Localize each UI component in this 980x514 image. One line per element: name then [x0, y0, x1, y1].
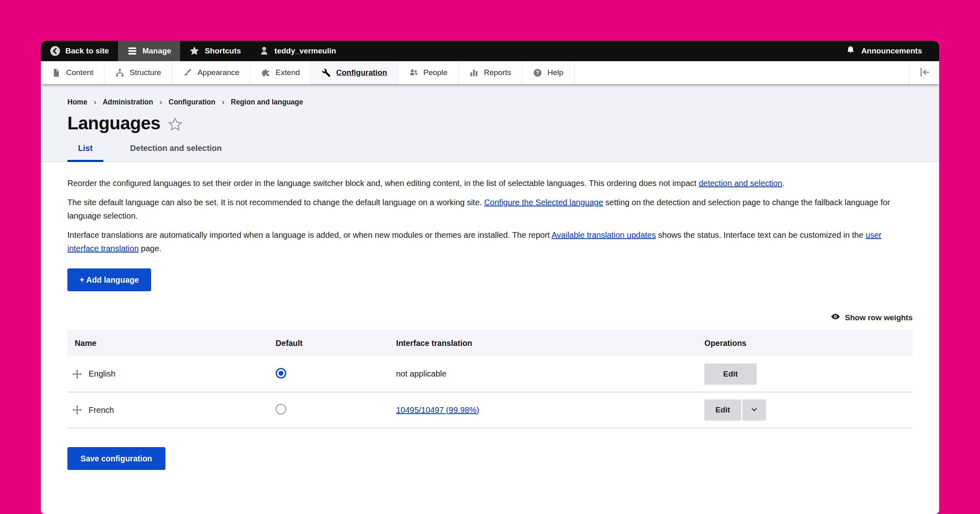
inline-link[interactable]: Available translation updates: [552, 230, 656, 239]
languages-table: NameDefaultInterface translationOperatio…: [67, 330, 913, 428]
paragraph-text: .: [782, 179, 785, 188]
toolbar-tab-manage[interactable]: Manage: [118, 41, 180, 61]
page-title-row: Languages: [67, 113, 913, 133]
edit-button[interactable]: Edit: [704, 363, 757, 385]
sitemap-icon: [115, 68, 125, 78]
menu-item-content[interactable]: Content: [41, 61, 105, 84]
name-cell: French: [67, 392, 276, 428]
wrench-icon: [321, 68, 331, 78]
operations-cell: Edit: [704, 356, 913, 392]
show-row-weights-link[interactable]: Show row weights: [831, 312, 913, 323]
operations-dropbutton: Edit: [704, 363, 913, 385]
menu-item-people[interactable]: People: [398, 61, 459, 84]
column-header-default: Default: [276, 330, 396, 356]
add-language-button[interactable]: + Add language: [67, 268, 151, 291]
paragraph-text: shows the status. Interface text can be …: [656, 230, 866, 239]
toolbar-tab-shortcuts[interactable]: Shortcuts: [180, 41, 250, 61]
menu-item-appearance[interactable]: Appearance: [172, 61, 250, 84]
translation-status-link[interactable]: 10495/10497 (99.98%): [396, 405, 479, 414]
menu-item-label: Structure: [130, 68, 161, 77]
brush-icon: [183, 68, 192, 78]
page-content: Reorder the configured languages to set …: [41, 162, 939, 514]
breadcrumb-item-home[interactable]: Home: [67, 98, 87, 106]
user-icon: [259, 46, 270, 56]
admin-menu-bar: ContentStructureAppearanceExtendConfigur…: [41, 61, 939, 84]
edit-button[interactable]: Edit: [704, 399, 741, 421]
tab-detection-and-selection[interactable]: Detection and selection: [120, 144, 233, 162]
admin-menu-items: ContentStructureAppearanceExtendConfigur…: [41, 61, 575, 84]
breadcrumb-separator: ›: [94, 98, 96, 106]
bell-icon: [846, 45, 855, 57]
operations-dropbutton: Edit: [704, 399, 913, 421]
move-icon[interactable]: [72, 369, 82, 379]
name-wrap: English: [72, 369, 276, 379]
paragraph-text: page.: [139, 244, 162, 253]
primary-tabs: ListDetection and selection: [67, 143, 913, 162]
menu-item-label: Configuration: [336, 68, 387, 77]
name-cell: English: [67, 356, 276, 392]
menu-item-label: Appearance: [198, 68, 239, 77]
help-icon: ?: [533, 68, 542, 78]
chevron-down-icon: [750, 405, 758, 415]
back-icon: [50, 46, 60, 56]
toolbar-tab-label: Shortcuts: [205, 47, 241, 55]
intro-paragraph-3: Interface translations are automatically…: [67, 228, 913, 255]
intro-paragraphs: Reorder the configured languages to set …: [67, 177, 913, 255]
tab-list[interactable]: List: [67, 144, 103, 162]
menu-item-label: Content: [66, 68, 94, 77]
admin-toolbar-tabs: Back to siteManageShortcutsteddy_vermeul…: [41, 41, 345, 61]
eye-icon: [831, 312, 840, 323]
toolbar-tab-label: Back to site: [65, 47, 109, 55]
intro-paragraph-1: Reorder the configured languages to set …: [67, 177, 913, 190]
admin-toolbar-right: Announcements: [840, 41, 939, 61]
show-row-weights-label: Show row weights: [845, 313, 913, 322]
inline-link[interactable]: detection and selection: [699, 179, 782, 188]
breadcrumb-separator: ›: [222, 98, 224, 106]
column-header-name: Name: [67, 330, 276, 356]
screen: { "colors": { "frame_pink": "#e6007e", "…: [0, 0, 980, 514]
language-name: French: [89, 405, 114, 415]
language-row-english: Englishnot applicableEdit: [67, 356, 913, 392]
menu-icon: [127, 46, 138, 56]
toolbar-tab-back-to-site[interactable]: Back to site: [41, 41, 118, 61]
people-icon: [409, 68, 418, 78]
breadcrumb-item-region-and-language[interactable]: Region and language: [231, 98, 303, 106]
toolbar-tab-label: teddy_vermeulin: [274, 47, 336, 55]
menu-item-label: Reports: [484, 68, 511, 77]
toolbar-tab-teddy-vermeulin[interactable]: teddy_vermeulin: [250, 41, 345, 61]
breadcrumb-separator: ›: [160, 98, 162, 106]
default-cell: [276, 392, 396, 428]
menu-item-structure[interactable]: Structure: [105, 61, 172, 84]
inline-link[interactable]: Configure the Selected language: [484, 198, 603, 207]
menu-item-label: Extend: [276, 68, 300, 77]
menu-item-reports[interactable]: Reports: [459, 61, 522, 84]
announcements-label: Announcements: [861, 47, 922, 55]
breadcrumb-item-administration[interactable]: Administration: [102, 98, 153, 106]
menu-item-configuration[interactable]: Configuration: [311, 61, 398, 84]
save-configuration-button[interactable]: Save configuration: [67, 447, 165, 470]
menu-item-label: Help: [548, 68, 564, 77]
translation-status-text: not applicable: [396, 369, 446, 378]
menu-item-label: People: [423, 68, 448, 77]
operations-dropdown-toggle[interactable]: [742, 399, 766, 421]
paragraph-text: Reorder the configured languages to set …: [67, 179, 699, 188]
drupal-admin-window: Back to siteManageShortcutsteddy_vermeul…: [41, 41, 939, 514]
column-header-interface-translation: Interface translation: [396, 330, 704, 356]
move-icon[interactable]: [72, 405, 82, 415]
default-radio[interactable]: [276, 368, 286, 379]
intro-paragraph-2: The site default language can also be se…: [67, 196, 913, 223]
toolbar-tab-label: Manage: [143, 47, 172, 55]
language-name: English: [89, 369, 116, 379]
page-title: Languages: [67, 113, 160, 133]
row-weights-row: Show row weights: [67, 312, 913, 323]
menu-item-help[interactable]: ?Help: [522, 61, 575, 84]
breadcrumb-item-configuration[interactable]: Configuration: [169, 98, 216, 106]
toolbar-collapse-button[interactable]: [909, 61, 939, 84]
admin-toolbar: Back to siteManageShortcutsteddy_vermeul…: [41, 41, 939, 61]
puzzle-icon: [261, 68, 270, 78]
menu-item-extend[interactable]: Extend: [250, 61, 311, 84]
star-outline-icon[interactable]: [168, 117, 183, 132]
default-radio[interactable]: [276, 404, 286, 414]
breadcrumb: Home›Administration›Configuration›Region…: [67, 98, 913, 106]
announcements-button[interactable]: Announcements: [840, 41, 928, 61]
